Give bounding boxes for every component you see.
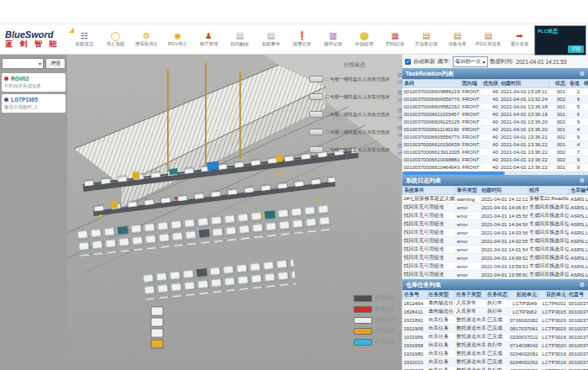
column-header[interactable]: 起始单元	[509, 291, 538, 299]
table-row[interactable]: 找回库无可用链道error2021-04-01 14:04:56生成回库拣选库位…	[403, 220, 588, 229]
table-row[interactable]: 找回库无可用链道error2021-04-01 14:02:55生成回库拣选库位…	[403, 237, 588, 246]
sorting-area-checkbox[interactable]	[309, 93, 323, 100]
table-row[interactable]: 00100370006611140190FRONT402021-04-01 13…	[403, 126, 588, 134]
column-header[interactable]: 任务类型	[428, 291, 455, 299]
column-header[interactable]: 任务状态	[486, 291, 509, 299]
table-row[interactable]: 1812464单向输送任务入库异常执行中LCTP3049LCTP60110010…	[403, 299, 588, 308]
table-row[interactable]: 找回库无可用链道error2021-04-01 13:58:50生成回库拣选库位…	[403, 271, 588, 279]
column-header[interactable]: 状态	[549, 80, 567, 88]
sorting-area-label: 二号楼一楼托盘出入库东分拣区	[325, 93, 390, 100]
mini-panel-details-button[interactable]: 详情	[568, 45, 584, 53]
table-row[interactable]: 找回库无可用链道error2021-04-01 14:05:56生成回库拣选库位…	[403, 212, 588, 220]
plc-status-mini-panel[interactable]: PLC状态 详情	[534, 25, 586, 56]
sorting-area-checkbox[interactable]	[309, 129, 323, 135]
table-row[interactable]: 找回库无可用链道error2021-04-01 14:03:56生成回库拣选库位…	[403, 229, 588, 237]
table-row[interactable]: 00100370006609125125FRONT402021-04-01 13…	[403, 119, 588, 126]
toolbar-button[interactable]: ❗ 报警记录	[286, 31, 318, 47]
gear-icon[interactable]: ⚙	[580, 71, 585, 77]
toolbar-button[interactable]: ♟ 用户管理	[193, 31, 224, 47]
column-header[interactable]: 任务子类型	[455, 291, 486, 299]
toolbar-button[interactable]: ▤ 系统事件	[255, 31, 286, 47]
column-header[interactable]: 任务号	[403, 291, 428, 299]
sorting-area-checkbox[interactable]	[309, 76, 323, 82]
cell: 00100370006613	[568, 341, 588, 350]
table-row[interactable]: 1931958出库任务整托派送出库执行中0714038042LCTP302000…	[403, 341, 588, 350]
table-row[interactable]: 00100370006613912005FRONT402021-04-01 13…	[403, 149, 588, 156]
cell: LCTP3016	[538, 333, 568, 341]
warehouse-3d-view[interactable]: 分拣状态 二号楼一楼托盘出入库西分拣区 统计 二号楼一楼托盘出入库东分拣区	[67, 55, 402, 370]
column-header[interactable]: 条码	[403, 80, 461, 88]
details-button[interactable]: 详情	[45, 58, 66, 69]
table-row[interactable]: 00100370006610190639FRONT402021-04-01 13…	[403, 141, 588, 149]
cell: ASRS,LC2	[570, 220, 588, 229]
statistics-link[interactable]: 统计	[397, 107, 402, 122]
table-row[interactable]: 找回库无可用链道error2021-04-01 14:00:52生成回库拣选库位…	[403, 254, 588, 262]
device-filter-select[interactable]: ▾	[2, 58, 44, 69]
alert-card[interactable]: LGTP1065 输送出货超时_2	[2, 94, 66, 113]
cell: 生成回库拣选库位链路	[528, 212, 570, 220]
frequency-select[interactable]: 每30秒一次 ▾	[453, 56, 488, 67]
column-header[interactable]: 优先级	[482, 80, 500, 88]
table-row[interactable]: 00100370006609356770FRONT402021-04-01 13…	[403, 96, 588, 103]
statistics-link[interactable]: 统计	[397, 71, 402, 87]
table-row[interactable]: 1931891出库任务整托派送出库已完成0716002082LCTP302000…	[403, 316, 588, 325]
table-row[interactable]: 找回库无可用链道error2021-04-01 14:01:54生成回库拣选库位…	[403, 246, 588, 254]
column-header[interactable]: 托盘号	[568, 291, 588, 299]
alert-card[interactable]: RGV02 长时间未完成任务	[2, 73, 66, 92]
toolbar-button-icon: ❗	[286, 31, 318, 41]
cell: 生成回库拣选库位链路	[528, 237, 570, 246]
toolbar-button[interactable]: ▤ PG出库任务	[473, 31, 504, 47]
column-header[interactable]: 仓库编号	[570, 187, 588, 195]
statistics-link[interactable]: 统计	[397, 89, 402, 104]
column-header[interactable]: 程序	[528, 187, 570, 195]
table-row[interactable]: 1826411单向输送任务入库异常执行中LCTP3062LCTP30150010…	[403, 308, 588, 316]
column-header[interactable]: 巷道	[567, 80, 581, 88]
toolbar-button[interactable]: ⬤ 外协处理	[349, 31, 380, 47]
statistics-link[interactable]: 统计	[397, 124, 402, 140]
toolbar-button[interactable]: ▥ 操作记录	[318, 31, 349, 47]
column-header[interactable]: 创建时间	[500, 80, 549, 88]
toolbar-button[interactable]: ⚙ 堆垛机停止	[131, 31, 162, 47]
table-row[interactable]: 1931956出库任务整托派送出库已完成0200037022LCTP301600…	[403, 333, 588, 341]
table-row[interactable]: 找回库无可用链道error2021-04-01 14:06:57生成回库拣选库位…	[403, 204, 588, 212]
toolbar-button[interactable]: ▤ 设备任务	[442, 31, 473, 47]
sorting-area-checkbox[interactable]	[309, 111, 323, 118]
toolbar-button[interactable]: ◉ RGV停止	[162, 31, 193, 47]
column-header[interactable]: 创建时间	[480, 187, 528, 195]
table-row[interactable]: 00100370006609556770FRONT402021-04-01 13…	[403, 134, 588, 141]
table-row[interactable]: 00100370006610464943FRONT402021-04-01 13…	[403, 164, 588, 172]
column-header[interactable]: 楼层	[581, 80, 588, 88]
column-header[interactable]: 目的单元	[538, 291, 568, 299]
legend-label: 占用状态	[375, 327, 395, 335]
toolbar-button[interactable]: ◯ 停止系统	[100, 31, 131, 47]
toolbar-button[interactable]: ☷ 系统状态	[69, 31, 100, 47]
toolbar-button[interactable]: ▦ 扫码记录	[380, 31, 411, 47]
table-row[interactable]: 1932038出库任务整托派送出库执行中0818003032LCTP302000…	[403, 367, 588, 370]
scrollbar-thumb[interactable]	[402, 172, 505, 175]
table-row[interactable]: 00100370006609582162FRONT402021-04-01 13…	[403, 103, 588, 111]
column-header[interactable]: 事件类型	[456, 187, 480, 195]
toolbar-button[interactable]: ▤ 投码触发	[224, 31, 255, 47]
table-row[interactable]: 00100370006611029457FRONT402021-04-01 13…	[403, 111, 588, 119]
table-row[interactable]: 1931980出库任务整托派送出库已完成0204002081LCTP301600…	[403, 350, 588, 358]
column-header[interactable]: 系统事件	[403, 187, 456, 195]
table-row[interactable]: 1931905出库任务整托派送出库已完成0817037061LCTP302000…	[403, 325, 588, 333]
sorting-area-checkbox[interactable]	[309, 146, 323, 153]
table-row[interactable]: 2#七层穿梭车延迟太频繁/平送太慢warning2021-04-01 14:12…	[403, 195, 588, 204]
toolbar-button[interactable]: ➡ 退出登录	[504, 31, 535, 47]
gear-icon[interactable]: ⚙	[580, 282, 585, 288]
table-row[interactable]: 找回库无可用链道error2021-04-01 13:59:51生成回库拣选库位…	[403, 262, 588, 271]
cell: FRONT	[461, 96, 482, 103]
cell: 2021-04-01 14:00:52	[480, 254, 528, 262]
auto-refresh-checkbox[interactable]: ✓	[405, 59, 411, 65]
column-header[interactable]: 面向端	[461, 80, 482, 88]
table-row[interactable]: 00100370006609886219FRONT452021-04-01 13…	[403, 88, 588, 96]
table-row[interactable]: 1932021出库任务整托派送出库已完成0204001062LCTP301600…	[403, 358, 588, 367]
gear-icon[interactable]: ⚙	[580, 177, 585, 184]
cell: 40	[482, 111, 500, 119]
statistics-link[interactable]: 统计	[397, 142, 402, 157]
table-row[interactable]: 00100370006610098881FRONT402021-04-01 13…	[403, 156, 588, 164]
cell: 002	[549, 96, 567, 103]
system-log-table: 系统事件事件类型创建时间程序仓库编号2#七层穿梭车延迟太频繁/平送太慢warni…	[402, 186, 588, 279]
toolbar-button[interactable]: ▤ 主任务记录	[411, 31, 442, 47]
